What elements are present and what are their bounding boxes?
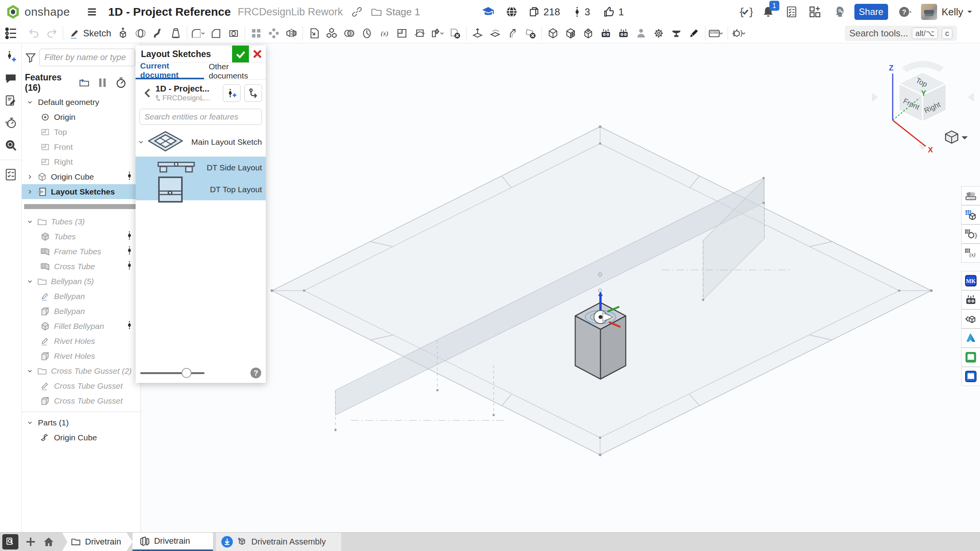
chevron-down-icon[interactable] xyxy=(26,99,33,106)
chevron-down-icon[interactable] xyxy=(137,139,144,146)
derived-button[interactable] xyxy=(305,25,323,42)
feature-row-bellypan[interactable]: Bellypan xyxy=(22,304,141,319)
drag-handle-icon[interactable] xyxy=(124,171,134,181)
redo-button[interactable] xyxy=(43,25,61,42)
filter-funnel-icon[interactable] xyxy=(25,52,36,63)
new-folder-icon[interactable] xyxy=(79,77,90,88)
gear-feature-button[interactable] xyxy=(650,25,668,42)
view-cube[interactable]: Top Front Right Z X Y xyxy=(865,57,980,157)
sketch-row-main-layout-sketch[interactable]: Main Layout Sketch xyxy=(136,127,266,157)
dialog-help-button[interactable]: ? xyxy=(250,368,261,378)
custom-features-button[interactable]: {} xyxy=(730,25,748,42)
marker-feature-button[interactable] xyxy=(685,25,703,42)
feature-list-icon[interactable] xyxy=(4,26,18,41)
help-menu[interactable]: ? xyxy=(898,5,912,19)
learning-icon[interactable] xyxy=(481,6,495,18)
boolean-button[interactable] xyxy=(340,25,358,42)
feature-row-default-geometry[interactable]: Default geometry xyxy=(22,95,141,110)
feature-row-origin[interactable]: Origin xyxy=(22,110,141,124)
feature-row-rivet-holes[interactable]: Rivet Holes xyxy=(22,334,141,348)
caret-down-icon[interactable] xyxy=(199,29,207,37)
circular-pattern-button[interactable] xyxy=(265,25,283,42)
frc-feature-b-button[interactable] xyxy=(615,25,632,42)
variables-table-button[interactable]: (x) xyxy=(961,244,980,263)
variable-button[interactable]: (x) xyxy=(376,25,393,42)
dialog-tab-current-document[interactable]: Current document xyxy=(136,63,204,79)
insert-new-item-button[interactable] xyxy=(3,49,18,64)
chevron-down-icon[interactable] xyxy=(26,278,33,285)
feature-row-right[interactable]: Right xyxy=(22,154,141,169)
dialog-search-input[interactable] xyxy=(139,109,262,125)
blue-library-button[interactable] xyxy=(961,367,980,386)
delete-part-button[interactable] xyxy=(446,25,464,42)
update-available-icon[interactable] xyxy=(221,536,233,548)
tasks-button[interactable] xyxy=(3,167,18,182)
frc-feature-a-button[interactable] xyxy=(597,25,615,42)
onshape-logo[interactable]: onshape xyxy=(5,4,70,20)
chevron-down-icon[interactable] xyxy=(26,368,33,374)
feature-row-tubes[interactable]: Tubes xyxy=(22,229,141,244)
insert-feature-button[interactable] xyxy=(223,84,241,102)
search-model-button[interactable] xyxy=(3,137,18,153)
configurations-button[interactable] xyxy=(961,205,980,224)
name-tag-button[interactable]: HELLO xyxy=(708,25,725,42)
public-globe-icon[interactable] xyxy=(505,5,518,18)
home-tab-button[interactable] xyxy=(43,536,54,548)
rollback-bar-handle[interactable] xyxy=(24,204,139,209)
filter-input[interactable] xyxy=(39,49,135,66)
chevron-down-icon[interactable] xyxy=(26,218,33,225)
caret-down-icon[interactable] xyxy=(717,29,725,37)
feature-row-cross-tube-gusset[interactable]: Cross Tube Gusset xyxy=(22,378,141,393)
linear-pattern-button[interactable] xyxy=(247,25,265,42)
feature-row-top[interactable]: Top xyxy=(22,124,141,139)
chevron-right-icon[interactable] xyxy=(26,173,33,180)
drag-handle-icon[interactable] xyxy=(124,245,134,255)
sketch-row-dt-side-layout[interactable]: DT Side Layout xyxy=(136,157,266,178)
menu-icon[interactable] xyxy=(86,6,98,18)
folder-tab-drivetrain[interactable]: Drivetrain xyxy=(62,533,133,551)
user-name[interactable]: Kelly xyxy=(942,6,963,18)
revolve-button[interactable] xyxy=(132,25,149,42)
chevron-down-icon[interactable] xyxy=(26,419,33,426)
drag-handle-icon[interactable] xyxy=(124,260,134,270)
rollback-bar[interactable] xyxy=(22,199,141,214)
feature-row-cross-tube-gusset-2-[interactable]: Cross Tube Gusset (2) xyxy=(22,363,141,378)
link-icon[interactable] xyxy=(351,6,363,18)
loft-button[interactable] xyxy=(167,25,185,42)
code-cube-button[interactable] xyxy=(961,309,980,329)
feature-row-tubes-3-[interactable]: Tubes (3) xyxy=(22,214,141,229)
mirror-button[interactable] xyxy=(283,25,300,42)
move-face-button[interactable] xyxy=(504,25,522,42)
back-chevron-icon[interactable] xyxy=(143,88,152,98)
likes-count[interactable]: 1 xyxy=(603,6,624,18)
sketch-row-dt-top-layout[interactable]: DT Top Layout xyxy=(136,178,266,200)
composite-part-button[interactable] xyxy=(323,25,340,42)
feature-row-fillet-bellypan[interactable]: Fillet Bellypan xyxy=(22,319,141,334)
drag-handle-icon[interactable] xyxy=(124,320,134,330)
slider-thumb[interactable] xyxy=(182,368,191,378)
caret-down-icon[interactable] xyxy=(438,29,446,37)
learning-center-icon[interactable] xyxy=(832,5,845,18)
chevron-right-icon[interactable] xyxy=(26,188,33,195)
frc-tools-button[interactable] xyxy=(961,290,980,309)
cancel-button[interactable] xyxy=(249,46,266,62)
notifications-bell[interactable]: 1 xyxy=(762,5,775,18)
feature-row-layout-sketches[interactable]: Layout Sketches xyxy=(22,184,141,199)
modify-fillet-button[interactable] xyxy=(429,25,446,42)
avatar[interactable] xyxy=(921,4,937,20)
appearance-panel-button[interactable] xyxy=(961,186,980,205)
feature-row-cross-tube[interactable]: Cross Tube xyxy=(22,259,141,274)
hole-button[interactable] xyxy=(225,25,242,42)
feature-row-frame-tubes[interactable]: Frame Tubes xyxy=(22,244,141,259)
tasks-list-icon[interactable] xyxy=(785,5,798,18)
transform-button[interactable] xyxy=(469,25,486,42)
feature-row-bellypan[interactable]: Bellypan xyxy=(22,289,141,304)
regen-timer-icon[interactable] xyxy=(115,77,127,88)
mkcad-library-button[interactable]: MK xyxy=(961,271,980,290)
plane-button[interactable] xyxy=(393,25,411,42)
offset-surface-button[interactable] xyxy=(486,25,504,42)
user-menu-caret-icon[interactable] xyxy=(966,8,973,15)
versions-count[interactable]: 3 xyxy=(573,6,590,18)
version-label[interactable]: Stage 1 xyxy=(386,6,420,18)
document-title[interactable]: 1D - Project Reference xyxy=(108,5,231,18)
